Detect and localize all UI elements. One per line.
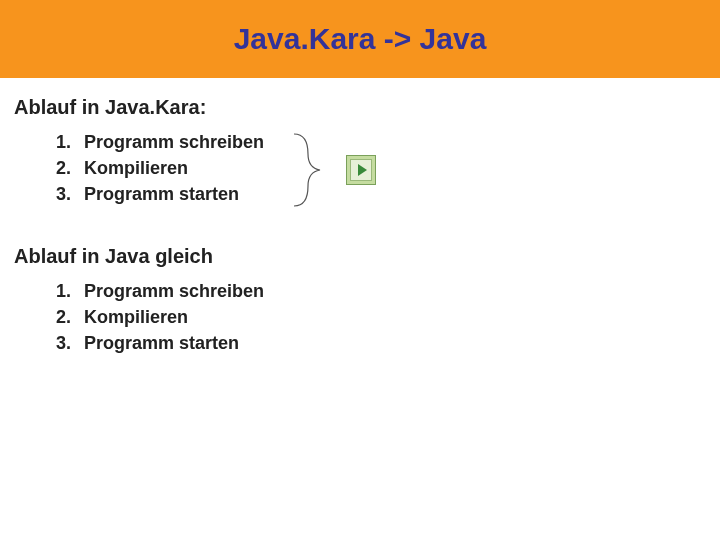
section1-heading: Ablauf in Java.Kara:: [14, 96, 706, 119]
list-number: 3.: [56, 330, 84, 356]
list-text: Programm schreiben: [84, 278, 264, 304]
list-item: 3. Programm starten: [56, 330, 706, 356]
play-button[interactable]: [346, 155, 376, 185]
play-icon: [358, 164, 367, 176]
list-item: 3. Programm starten: [56, 181, 706, 207]
curly-brace-icon: [290, 130, 338, 210]
slide-content: Ablauf in Java.Kara: 1. Programm schreib…: [0, 78, 720, 357]
list-number: 2.: [56, 304, 84, 330]
list-number: 3.: [56, 181, 84, 207]
play-button-inner: [350, 159, 372, 181]
section2-heading: Ablauf in Java gleich: [14, 245, 706, 268]
list-text: Programm starten: [84, 181, 239, 207]
list-item: 1. Programm schreiben: [56, 129, 706, 155]
section1-list: 1. Programm schreiben 2. Kompilieren 3. …: [56, 129, 706, 207]
section2-list: 1. Programm schreiben 2. Kompilieren 3. …: [56, 278, 706, 356]
list-number: 1.: [56, 129, 84, 155]
list-text: Kompilieren: [84, 155, 188, 181]
list-number: 2.: [56, 155, 84, 181]
slide-header: Java.Kara -> Java: [0, 0, 720, 78]
list-number: 1.: [56, 278, 84, 304]
list-text: Kompilieren: [84, 304, 188, 330]
list-text: Programm starten: [84, 330, 239, 356]
list-item: 2. Kompilieren: [56, 304, 706, 330]
bracket-annotation: [290, 130, 376, 210]
list-item: 1. Programm schreiben: [56, 278, 706, 304]
list-item: 2. Kompilieren: [56, 155, 706, 181]
slide-title: Java.Kara -> Java: [234, 22, 487, 56]
list-text: Programm schreiben: [84, 129, 264, 155]
